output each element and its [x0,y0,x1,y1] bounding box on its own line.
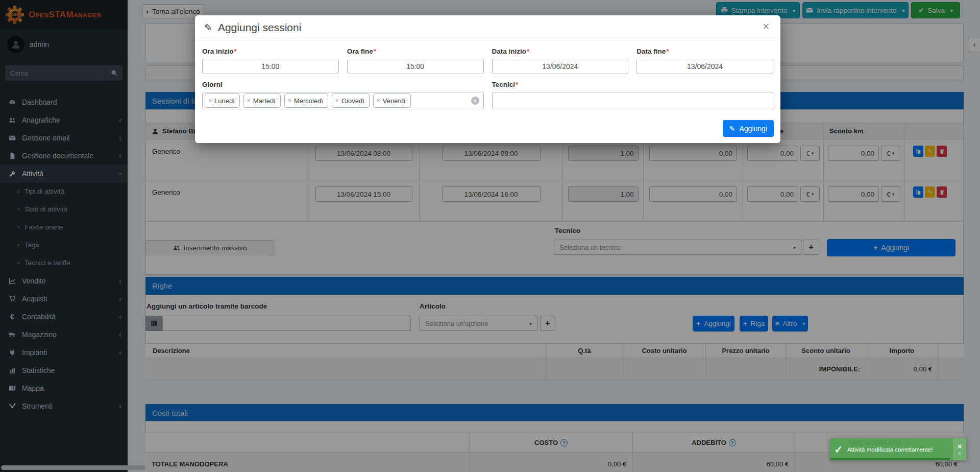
screen: OSM OpenSTAManager admin Dashboard Anagr… [0,0,980,472]
modal-header: ✎ Aggiungi sessioni [195,15,780,40]
giorni-multiselect[interactable]: ×Lunedì ×Martedì ×Mercoledì ×Giovedì ×Ve… [202,92,484,109]
tecnici-label: Tecnici* [492,81,774,88]
required-asterisk: * [234,48,237,55]
close-icon: × [958,443,962,450]
data-inizio-label: Data inizio* [492,48,629,55]
close-icon: × [763,20,769,33]
giorni-tag: ×Venerdì [373,93,411,108]
required-asterisk: * [666,48,669,55]
clear-all-icon[interactable]: × [471,97,479,105]
required-asterisk: * [374,48,376,55]
chevron-up-icon: ∧ [958,451,961,456]
modal-submit-label: Aggiungi [740,125,768,133]
remove-tag-icon[interactable]: × [335,97,339,104]
modal-close-button[interactable]: × [760,20,772,33]
tecnici-multiselect[interactable] [492,92,774,109]
ora-fine-label: Ora fine* [347,48,484,55]
success-toast: ✓ Attività modificata correttamente! × ∧ [830,438,966,460]
giorni-tag: ×Lunedì [205,93,240,108]
required-asterisk: * [527,48,529,55]
toast-progress-bar [830,458,950,460]
ora-inizio-label: Ora inizio* [202,48,339,55]
edit-icon: ✎ [729,125,736,133]
toast-message: Attività modificata correttamente! [847,438,953,460]
check-icon: ✓ [830,438,847,460]
required-asterisk: * [516,81,518,88]
modal-body: Ora inizio* Ora fine* Data inizio* Data … [195,40,780,109]
modal-title: Aggiungi sessioni [218,21,301,34]
remove-tag-icon[interactable]: × [247,97,251,104]
giorni-tag: ×Mercoledì [284,93,328,108]
modal-submit-button[interactable]: ✎ Aggiungi [723,120,774,137]
add-sessions-modal: ✎ Aggiungi sessioni × Ora inizio* Ora fi… [195,15,780,143]
data-fine-input[interactable] [636,59,773,74]
pencil-icon: ✎ [204,22,212,34]
data-fine-label: Data fine* [636,48,773,55]
giorni-label: Giorni [202,81,484,88]
remove-tag-icon[interactable]: × [377,97,380,104]
giorni-tag: ×Martedì [243,93,281,108]
data-inizio-input[interactable] [492,59,629,74]
remove-tag-icon[interactable]: × [208,97,212,104]
ora-inizio-input[interactable] [202,59,339,74]
toast-close-button[interactable]: × ∧ [953,438,966,460]
ora-fine-input[interactable] [347,59,484,74]
remove-tag-icon[interactable]: × [288,97,291,104]
giorni-tag: ×Giovedì [332,93,370,108]
